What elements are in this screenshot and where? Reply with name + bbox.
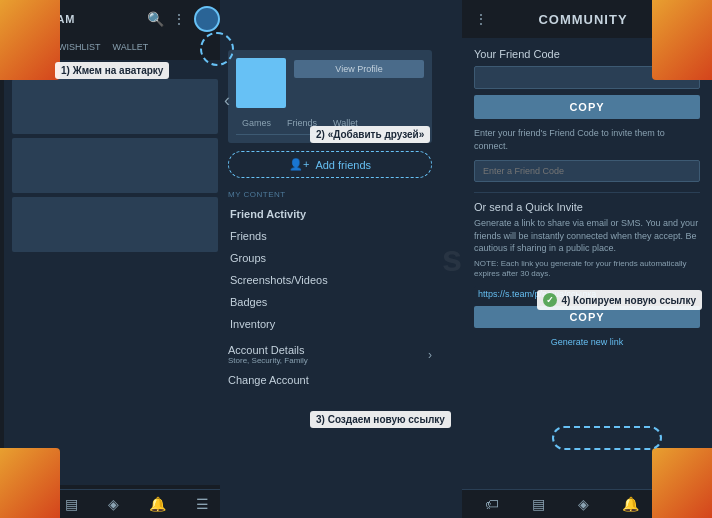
profile-panel: View Profile Games Friends Wallet 👤+ Add… <box>220 0 440 518</box>
step1-avatar-highlight <box>200 32 234 66</box>
check-icon: ✓ <box>543 293 557 307</box>
community-menu-icon[interactable]: ⋮ <box>474 11 488 27</box>
step3-annotation: 3) Создаем новую ссылку <box>310 411 451 428</box>
menu-friends[interactable]: Friends <box>228 225 432 247</box>
featured-image-3 <box>12 197 218 252</box>
nav-wallet[interactable]: WALLET <box>109 40 153 54</box>
left-content-area: FEATURED & RECOMMENDED <box>4 60 226 485</box>
friend-code-description: Enter your friend's Friend Code to invit… <box>474 127 700 152</box>
menu-friend-activity[interactable]: Friend Activity <box>228 203 432 225</box>
enter-friend-code-input[interactable] <box>474 160 700 182</box>
featured-images <box>4 79 226 252</box>
right-tag-nav-icon[interactable]: 🏷 <box>485 496 499 512</box>
back-button[interactable]: ‹ <box>224 90 230 111</box>
step1-annotation: 1) Жмем на аватарку <box>55 62 169 79</box>
step3-generate-highlight <box>552 426 662 450</box>
user-avatar[interactable] <box>194 6 220 32</box>
menu-badges[interactable]: Badges <box>228 291 432 313</box>
add-friends-icon: 👤+ <box>289 158 309 171</box>
community-title: COMMUNITY <box>488 12 678 27</box>
menu-screenshots-videos[interactable]: Screenshots/Videos <box>228 269 432 291</box>
bell-nav-icon[interactable]: 🔔 <box>149 496 166 512</box>
nav-wishlist[interactable]: WISHLIST <box>54 40 105 54</box>
right-shield-nav-icon[interactable]: ◈ <box>578 496 589 512</box>
copy-friend-code-button[interactable]: COPY <box>474 95 700 119</box>
profile-actions: View Profile <box>294 58 424 78</box>
account-details-subtitle: Store, Security, Family <box>228 356 308 365</box>
featured-image-2 <box>12 138 218 193</box>
right-bell-nav-icon[interactable]: 🔔 <box>622 496 639 512</box>
view-profile-button[interactable]: View Profile <box>294 60 424 78</box>
header-icons: 🔍 ⋮ <box>147 6 220 32</box>
menu-change-account[interactable]: Change Account <box>220 370 440 390</box>
profile-top: View Profile <box>236 58 424 108</box>
gift-decoration-bl <box>0 448 60 518</box>
account-details-item[interactable]: Account Details Store, Security, Family … <box>220 339 440 370</box>
gift-decoration-tl <box>0 0 60 80</box>
generate-new-link-button[interactable]: Generate new link <box>474 334 700 350</box>
quick-invite-description: Generate a link to share via email or SM… <box>474 217 700 255</box>
add-friends-label: Add friends <box>315 159 371 171</box>
divider <box>474 192 700 193</box>
profile-avatar-image <box>236 58 286 108</box>
right-list-nav-icon[interactable]: ▤ <box>532 496 545 512</box>
account-details-text: Account Details Store, Security, Family <box>228 344 308 365</box>
chevron-right-icon: › <box>428 348 432 362</box>
tab-games[interactable]: Games <box>236 116 277 130</box>
quick-invite-label: Or send a Quick Invite <box>474 201 700 213</box>
list-nav-icon[interactable]: ▤ <box>65 496 78 512</box>
my-content-label: MY CONTENT <box>228 190 432 199</box>
community-content: Your Friend Code COPY Enter your friend'… <box>462 38 712 489</box>
account-details-title: Account Details <box>228 344 308 356</box>
step2-annotation: 2) «Добавить друзей» <box>310 126 430 143</box>
add-friends-button[interactable]: 👤+ Add friends <box>228 151 432 178</box>
menu-inventory[interactable]: Inventory <box>228 313 432 335</box>
shield-nav-icon[interactable]: ◈ <box>108 496 119 512</box>
menu-icon[interactable]: ⋮ <box>172 11 186 27</box>
gift-decoration-tr <box>652 0 712 80</box>
gift-decoration-br <box>652 448 712 518</box>
featured-image-1 <box>12 79 218 134</box>
step4-annotation: ✓ 4) Копируем новую ссылку <box>537 290 702 310</box>
my-content-section: MY CONTENT Friend Activity Friends Group… <box>220 186 440 339</box>
search-icon[interactable]: 🔍 <box>147 11 164 27</box>
menu-groups[interactable]: Groups <box>228 247 432 269</box>
note-expiry: NOTE: Each link you generate for your fr… <box>474 259 700 280</box>
menu-nav-icon[interactable]: ☰ <box>196 496 209 512</box>
